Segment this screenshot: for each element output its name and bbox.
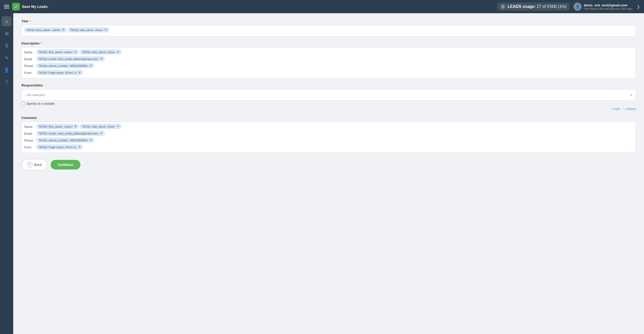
sidebar-item-briefcase[interactable]: ✎ — [2, 53, 12, 63]
header-chevron-icon[interactable]: ❯ — [637, 4, 640, 9]
actions-row: + Add – Delete — [21, 107, 636, 111]
title-field-box[interactable]: TikTok | first_name: «Jane» ✕ TikTok | l… — [21, 25, 636, 36]
description-section: Description * Name: TikTok | first_name:… — [21, 41, 636, 78]
comment-name-tags: TikTok | first_name: «Jane» ✕ TikTok | l… — [36, 124, 121, 129]
comment-tag-phone[interactable]: TikTok | phone_number: «8001000000» ✕ — [36, 138, 94, 143]
description-row-email: Email: TikTok | email: «test_email_addre… — [24, 56, 633, 61]
sidebar-item-help[interactable]: ? — [2, 77, 12, 87]
back-label: Back — [34, 163, 42, 167]
responsibles-placeholder: - not selected - — [25, 93, 47, 97]
header: Save My Leads. ℹ LEADS usage: 27 of 5'00… — [0, 0, 644, 13]
add-link[interactable]: + Add — [611, 107, 620, 111]
comment-row-name: Name: TikTok | first_name: «Jane» ✕ TikT… — [24, 124, 633, 129]
avatar: 👤 — [574, 3, 582, 11]
back-button[interactable]: ✎ Back — [21, 159, 48, 171]
user-email: demo_sml_test@gmail.com — [584, 3, 633, 7]
description-label: Description * — [21, 41, 636, 45]
app-body: ⌂ ⊞ $ ✎ 👤 ? Title * TikTok | first_name:… — [0, 13, 644, 334]
responsibles-label: Responsibles — [21, 83, 636, 87]
sidebar-item-home[interactable]: ⌂ — [2, 16, 12, 26]
back-icon: ✎ — [27, 162, 33, 168]
main-content: Title * TikTok | first_name: «Jane» ✕ Ti… — [13, 13, 644, 334]
sidebar: ⌂ ⊞ $ ✎ 👤 ? — [0, 13, 13, 334]
comment-row-form: Form: TikTok | Page name: «Form 1» ✕ — [24, 145, 633, 149]
desc-tag-email[interactable]: TikTok | email: «test_email_address@mail… — [36, 56, 105, 61]
title-label: Title * — [21, 19, 636, 23]
comment-tag-form[interactable]: TikTok | Page name: «Form 1» ✕ — [36, 145, 83, 149]
logo-text: Save My Leads. — [22, 5, 48, 9]
title-tag-2-close[interactable]: ✕ — [105, 28, 107, 32]
desc-tag-firstname[interactable]: TikTok | first_name: «Jane» ✕ — [36, 50, 79, 54]
sidebar-item-dollar[interactable]: $ — [2, 41, 12, 51]
header-left: Save My Leads. — [4, 3, 48, 10]
description-row-phone: Phone: TikTok | phone_number: «800100000… — [24, 63, 633, 68]
bottom-actions: ✎ Back Continue — [21, 159, 636, 179]
hamburger-button[interactable] — [4, 5, 9, 8]
logo: Save My Leads. — [12, 3, 48, 10]
title-tag-1-close[interactable]: ✕ — [62, 28, 64, 32]
logo-icon — [12, 3, 20, 10]
title-tag-1[interactable]: TikTok | first_name: «Jane» ✕ — [24, 27, 67, 32]
title-section: Title * TikTok | first_name: «Jane» ✕ Ti… — [21, 19, 636, 36]
comment-label: Comment — [21, 116, 636, 120]
delete-link[interactable]: – Delete — [624, 107, 636, 111]
continue-button[interactable]: Continue — [51, 160, 80, 170]
comment-tag-email[interactable]: TikTok | email: «test_email_address@mail… — [36, 131, 105, 136]
comment-email-tags: TikTok | email: «test_email_address@mail… — [36, 131, 105, 136]
chevron-down-icon: ∨ — [630, 93, 633, 97]
specify-variable-row: Specify as a variable — [21, 102, 636, 105]
desc-tag-form[interactable]: TikTok | Page name: «Form 1» ✕ — [36, 70, 83, 75]
comment-field-box[interactable]: Name: TikTok | first_name: «Jane» ✕ TikT… — [21, 122, 636, 153]
user-plan: Plan |Basic| left until payment 166 days — [584, 7, 633, 10]
responsibles-dropdown[interactable]: - not selected - ∨ — [21, 89, 636, 100]
leads-usage-badge: ℹ LEADS usage: 27 of 5'000 (1%) — [497, 3, 570, 11]
desc-tag-lastname[interactable]: TikTok | last_name: «Doe» ✕ — [80, 50, 121, 54]
description-form-tags: TikTok | Page name: «Form 1» ✕ — [36, 70, 83, 75]
comment-section: Comment Name: TikTok | first_name: «Jane… — [21, 116, 636, 153]
leads-usage-label: LEADS usage: — [508, 4, 536, 9]
comment-row-phone: Phone: TikTok | phone_number: «800100000… — [24, 138, 633, 143]
leads-usage-text: LEADS usage: 27 of 5'000 (1%) — [508, 4, 567, 9]
comment-row-email: Email: TikTok | email: «test_email_addre… — [24, 131, 633, 136]
title-tag-2[interactable]: TikTok | last_name: «Doe» ✕ — [68, 27, 109, 32]
description-phone-tags: TikTok | phone_number: «8001000000» ✕ — [36, 63, 94, 68]
description-name-tags: TikTok | first_name: «Jane» ✕ TikTok | l… — [36, 50, 121, 54]
description-row-name: Name: TikTok | first_name: «Jane» ✕ TikT… — [24, 50, 633, 54]
header-right: ℹ LEADS usage: 27 of 5'000 (1%) 👤 demo_s… — [497, 3, 640, 11]
description-email-tags: TikTok | email: «test_email_address@mail… — [36, 56, 105, 61]
description-field-box[interactable]: Name: TikTok | first_name: «Jane» ✕ TikT… — [21, 47, 636, 78]
user-info: 👤 demo_sml_test@gmail.com Plan |Basic| l… — [574, 3, 633, 11]
desc-tag-phone[interactable]: TikTok | phone_number: «8001000000» ✕ — [36, 63, 94, 68]
user-details: demo_sml_test@gmail.com Plan |Basic| lef… — [584, 3, 633, 10]
comment-tag-lastname[interactable]: TikTok | last_name: «Doe» ✕ — [80, 124, 121, 129]
leads-count: 27 of 5'000 (1%) — [537, 4, 566, 9]
responsibles-section: Responsibles - not selected - ∨ Specify … — [21, 83, 636, 111]
specify-variable-checkbox[interactable] — [21, 102, 25, 105]
sidebar-item-grid[interactable]: ⊞ — [2, 28, 12, 39]
comment-phone-tags: TikTok | phone_number: «8001000000» ✕ — [36, 138, 94, 143]
description-row-form: Form: TikTok | Page name: «Form 1» ✕ — [24, 70, 633, 75]
comment-form-tags: TikTok | Page name: «Form 1» ✕ — [36, 145, 83, 149]
continue-label: Continue — [58, 163, 73, 167]
info-icon: ℹ — [500, 4, 506, 9]
specify-variable-label[interactable]: Specify as a variable — [26, 102, 55, 105]
comment-tag-firstname[interactable]: TikTok | first_name: «Jane» ✕ — [36, 124, 79, 129]
sidebar-item-user[interactable]: 👤 — [2, 65, 12, 75]
